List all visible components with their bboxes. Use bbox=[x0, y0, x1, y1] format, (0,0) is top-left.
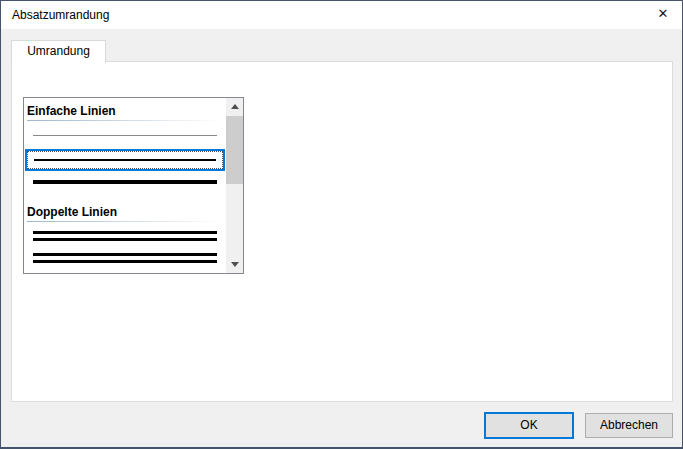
ok-button[interactable]: OK bbox=[484, 412, 574, 439]
scroll-down-icon bbox=[231, 262, 239, 267]
scroll-down-button[interactable] bbox=[226, 256, 243, 273]
list-heading-double-lines: Doppelte Linien bbox=[24, 193, 226, 225]
scroll-up-icon bbox=[231, 104, 239, 109]
list-item-double-line[interactable] bbox=[24, 247, 226, 269]
tab-umrandung[interactable]: Umrandung bbox=[11, 40, 106, 63]
listbox-scrollbar[interactable] bbox=[226, 98, 243, 273]
titlebar: Absatzumrandung ✕ bbox=[1, 1, 682, 29]
close-button[interactable]: ✕ bbox=[644, 1, 682, 29]
list-heading-simple-lines: Einfache Linien bbox=[24, 98, 226, 124]
cancel-button[interactable]: Abbrechen bbox=[585, 413, 673, 438]
list-item-thick-line[interactable] bbox=[24, 171, 226, 193]
window-title: Absatzumrandung bbox=[12, 1, 109, 29]
close-icon: ✕ bbox=[658, 6, 669, 21]
list-item-selected-line[interactable] bbox=[25, 149, 225, 171]
list-item-thin-line[interactable] bbox=[24, 124, 226, 146]
paragraph-border-dialog: Absatzumrandung ✕ Umrandung Linienstil: … bbox=[0, 0, 683, 449]
line-style-listbox: Einfache Linien Doppelte Linien bbox=[23, 97, 244, 274]
scroll-up-button[interactable] bbox=[226, 98, 243, 115]
list-item-double-line[interactable] bbox=[24, 225, 226, 247]
scrollbar-thumb[interactable] bbox=[226, 116, 243, 184]
